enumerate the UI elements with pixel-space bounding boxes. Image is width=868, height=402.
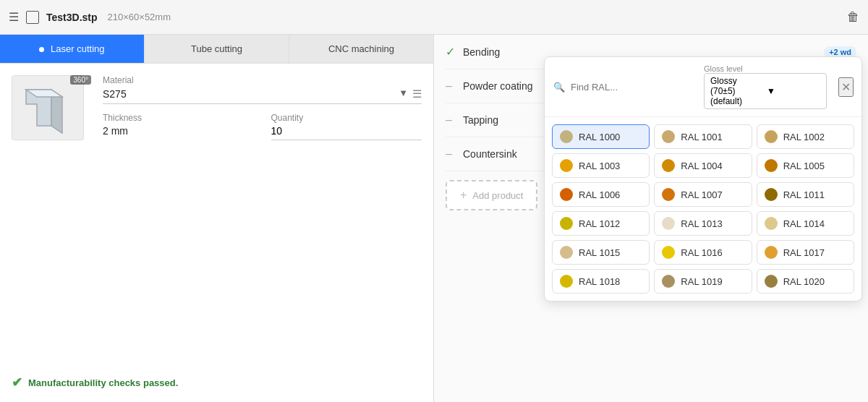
search-icon: 🔍 xyxy=(553,82,565,93)
colour-label-ral1011: RAL 1011 xyxy=(783,189,825,200)
process-tabs: Laser cutting Tube cutting CNC machining xyxy=(0,35,433,64)
checks-section: ✔ Manufacturability checks passed. xyxy=(0,375,433,402)
close-colour-picker-button[interactable]: ✕ xyxy=(838,77,854,97)
colour-label-ral1015: RAL 1015 xyxy=(579,247,620,258)
main-layout: Laser cutting Tube cutting CNC machining… xyxy=(0,35,868,402)
file-dimensions: 210×60×52mm xyxy=(108,12,171,22)
left-panel: Laser cutting Tube cutting CNC machining… xyxy=(0,35,434,402)
colour-swatch-ral1013 xyxy=(662,217,675,230)
gloss-section: Gloss level Glossy (70±5) (default) ▼ xyxy=(698,64,833,109)
colour-item-ral1017[interactable]: RAL 1017 xyxy=(757,240,854,265)
tapping-dash-icon: – xyxy=(446,114,456,127)
colour-item-ral1011[interactable]: RAL 1011 xyxy=(757,182,854,207)
tab-cnc-machining[interactable]: CNC machining xyxy=(289,35,433,63)
delete-button[interactable]: 🗑 xyxy=(847,10,859,25)
colour-swatch-ral1014 xyxy=(765,217,778,230)
colour-swatch-ral1007 xyxy=(662,188,675,201)
colour-swatch-ral1012 xyxy=(560,217,573,230)
colour-label-ral1001: RAL 1001 xyxy=(681,132,722,142)
material-field: Material ▼ ☰ xyxy=(103,75,422,104)
thickness-field: Thickness 2 mm xyxy=(103,113,254,145)
colour-grid: RAL 1000RAL 1001RAL 1002RAL 1003RAL 1004… xyxy=(545,117,861,301)
part-preview: 360° xyxy=(12,75,91,363)
colour-item-ral1003[interactable]: RAL 1003 xyxy=(552,153,650,178)
quantity-input[interactable] xyxy=(271,125,422,140)
right-panel: ✓ Bending +2 wd – Powder coating +2 wd P… xyxy=(434,35,868,402)
colour-item-ral1007[interactable]: RAL 1007 xyxy=(654,182,752,207)
colour-picker-panel: 🔍 Gloss level Glossy (70±5) (default) ▼ … xyxy=(544,56,862,302)
colour-swatch-ral1003 xyxy=(560,159,573,172)
colour-label-ral1005: RAL 1005 xyxy=(783,161,825,171)
colour-label-ral1019: RAL 1019 xyxy=(681,276,722,287)
thickness-value: 2 mm xyxy=(103,125,254,137)
colour-swatch-ral1002 xyxy=(765,130,778,143)
colour-swatch-ral1016 xyxy=(662,246,675,259)
preview-360-badge: 360° xyxy=(70,75,91,85)
colour-label-ral1003: RAL 1003 xyxy=(579,161,620,171)
gloss-chevron-icon: ▼ xyxy=(767,86,820,96)
info-icon[interactable]: ☰ xyxy=(412,87,422,100)
file-title: Test3D.stp xyxy=(46,12,98,23)
colour-item-ral1018[interactable]: RAL 1018 xyxy=(552,269,650,294)
top-bar: ☰ Test3D.stp 210×60×52mm 🗑 xyxy=(0,0,868,35)
check-message: Manufacturability checks passed. xyxy=(28,377,178,388)
colour-item-ral1014[interactable]: RAL 1014 xyxy=(757,211,854,236)
colour-item-ral1019[interactable]: RAL 1019 xyxy=(654,269,752,294)
colour-item-ral1005[interactable]: RAL 1005 xyxy=(757,153,854,178)
colour-label-ral1006: RAL 1006 xyxy=(579,189,620,200)
colour-swatch-ral1018 xyxy=(560,275,573,288)
tab-dot xyxy=(39,47,44,52)
colour-item-ral1015[interactable]: RAL 1015 xyxy=(552,240,650,265)
colour-swatch-ral1011 xyxy=(765,188,778,201)
colour-label-ral1017: RAL 1017 xyxy=(783,247,825,258)
ral-search-input[interactable] xyxy=(571,82,692,93)
colour-item-ral1013[interactable]: RAL 1013 xyxy=(654,211,752,236)
powder-dash-icon: – xyxy=(446,80,456,93)
add-product-label: Add product xyxy=(472,190,523,201)
colour-item-ral1006[interactable]: RAL 1006 xyxy=(552,182,650,207)
colour-item-ral1020[interactable]: RAL 1020 xyxy=(757,269,854,294)
colour-item-ral1002[interactable]: RAL 1002 xyxy=(757,124,854,149)
colour-swatch-ral1000 xyxy=(560,130,573,143)
colour-label-ral1002: RAL 1002 xyxy=(783,132,825,142)
colour-swatch-ral1005 xyxy=(765,159,778,172)
dropdown-icon[interactable]: ▼ xyxy=(399,87,408,100)
colour-picker-header: 🔍 Gloss level Glossy (70±5) (default) ▼ … xyxy=(545,57,861,117)
add-product-icon: + xyxy=(460,189,467,202)
manufacturability-check: ✔ Manufacturability checks passed. xyxy=(12,375,422,390)
gloss-label: Gloss level xyxy=(704,64,827,73)
colour-swatch-ral1004 xyxy=(662,159,675,172)
colour-label-ral1007: RAL 1007 xyxy=(681,189,722,200)
colour-swatch-ral1001 xyxy=(662,130,675,143)
part-image xyxy=(12,75,84,140)
material-icons: ▼ ☰ xyxy=(399,87,422,100)
tab-laser-cutting[interactable]: Laser cutting xyxy=(0,35,145,63)
material-select[interactable]: ▼ ☰ xyxy=(103,87,422,104)
colour-item-ral1000[interactable]: RAL 1000 xyxy=(552,124,650,149)
colour-label-ral1018: RAL 1018 xyxy=(579,276,620,287)
window-icon xyxy=(26,11,39,24)
part-fields: Material ▼ ☰ Thickness 2 mm xyxy=(103,75,422,363)
gloss-select[interactable]: Glossy (70±5) (default) ▼ xyxy=(704,73,827,109)
colour-label-ral1013: RAL 1013 xyxy=(681,218,722,229)
colour-item-ral1001[interactable]: RAL 1001 xyxy=(654,124,752,149)
part-content: 360° xyxy=(0,64,433,375)
material-label: Material xyxy=(103,75,422,85)
tab-tube-cutting[interactable]: Tube cutting xyxy=(145,35,289,63)
add-product-button[interactable]: + Add product xyxy=(446,180,537,210)
material-input[interactable] xyxy=(103,88,399,100)
gloss-value: Glossy (70±5) (default) xyxy=(710,76,764,106)
colour-label-ral1000: RAL 1000 xyxy=(579,132,620,142)
menu-icon[interactable]: ☰ xyxy=(9,10,19,24)
check-icon: ✔ xyxy=(12,375,22,390)
colour-item-ral1004[interactable]: RAL 1004 xyxy=(654,153,752,178)
colour-label-ral1020: RAL 1020 xyxy=(783,276,825,287)
colour-item-ral1016[interactable]: RAL 1016 xyxy=(654,240,752,265)
countersink-dash-icon: – xyxy=(446,147,456,161)
thickness-quantity-row: Thickness 2 mm Quantity xyxy=(103,113,422,145)
colour-swatch-ral1019 xyxy=(662,275,675,288)
colour-label-ral1016: RAL 1016 xyxy=(681,247,722,258)
quantity-field: Quantity xyxy=(271,113,422,145)
colour-item-ral1012[interactable]: RAL 1012 xyxy=(552,211,650,236)
bending-check-icon: ✓ xyxy=(446,45,456,59)
